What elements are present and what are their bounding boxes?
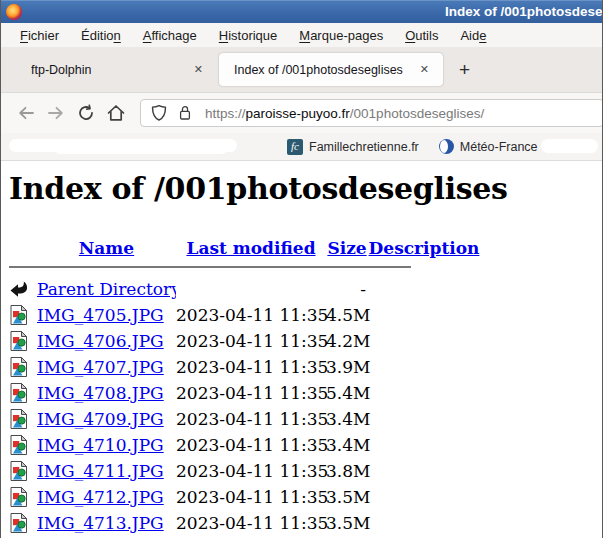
size-value: 3.9M [326,357,368,377]
menu-item-mnemonic: F [20,28,28,43]
table-row: IMG_4711.JPG 2023-04-11 11:35 3.8M [9,458,602,484]
file-link[interactable]: Parent Directory [37,279,176,299]
image-file-icon [9,330,29,352]
new-tab-button[interactable]: + [449,59,480,81]
last-modified-value: 2023-04-11 11:35 [176,383,326,403]
sort-by-description-link[interactable]: Description [368,238,480,258]
menu-item[interactable]: Édition [72,26,130,45]
size-value: 3.5M [326,487,368,507]
url-bar[interactable]: https://paroisse-puyoo.fr/001photosdeseg… [140,99,603,127]
file-link[interactable]: IMG_4709.JPG [37,409,164,429]
size-value: - [326,279,368,299]
menu-item[interactable]: Historique [210,26,287,45]
menu-item-label: utils [415,28,438,43]
fc-monogram-icon: fc [287,139,303,155]
reload-icon [76,103,96,123]
image-file-icon [9,434,29,456]
last-modified-value: 2023-04-11 11:35 [176,487,326,507]
shield-icon[interactable] [150,104,168,122]
bookmarks-toolbar: fc Famillechretienne.fr Météo-France [1,133,602,161]
size-value: 3.4M [326,409,368,429]
image-file-icon [9,382,29,404]
home-icon [106,103,126,123]
size-value: 5.4M [326,383,368,403]
table-row: IMG_4708.JPG 2023-04-11 11:35 5.4M [9,380,602,406]
menu-item-label: istorique [228,28,277,43]
file-rows: Parent Directory - [9,276,602,536]
back-button[interactable] [11,98,41,128]
menu-item[interactable]: Outils [396,26,447,45]
tab-index-photos[interactable]: Index of /001photosdeseglises ✕ [219,53,443,86]
reload-button[interactable] [71,98,101,128]
sort-by-size-link[interactable]: Size [326,238,368,258]
table-row: IMG_4713.JPG 2023-04-11 11:35 3.5M [9,510,602,536]
bookmark-label: Météo-France [460,140,538,154]
last-modified-value: 2023-04-11 11:35 [176,461,326,481]
meteo-france-icon [439,139,454,154]
menu-item-mnemonic: O [405,28,415,43]
back-arrow-icon [9,278,29,300]
table-row: IMG_4709.JPG 2023-04-11 11:35 3.4M [9,406,602,432]
file-link[interactable]: IMG_4713.JPG [37,513,164,533]
menu-item[interactable]: Affichage [134,26,206,45]
sort-by-name-link[interactable]: Name [37,238,176,258]
file-link[interactable]: IMG_4712.JPG [37,487,164,507]
last-modified-value: 2023-04-11 11:35 [176,409,326,429]
table-row: IMG_4712.JPG 2023-04-11 11:35 3.5M [9,484,602,510]
menu-item[interactable]: Fichier [11,26,68,45]
menu-item-mnemonic: e [479,28,486,43]
last-modified-value: 2023-04-11 11:35 [176,305,326,325]
menu-item[interactable]: Aide [451,26,495,45]
menu-item-label: Aid [460,28,479,43]
redacted-bookmark [56,146,226,154]
page-content: Index of /001photosdeseglises Name Last … [1,171,602,538]
image-file-icon [9,486,29,508]
menu-item-mnemonic: M [299,28,310,43]
directory-listing: Name Last modified Size Description Pare… [9,235,602,536]
page-title: Index of /001photosdeseglises [9,171,602,207]
size-value: 4.2M [326,331,368,351]
close-icon[interactable]: ✕ [190,61,207,78]
file-link[interactable]: IMG_4707.JPG [37,357,164,377]
size-value: 4.5M [326,305,368,325]
url-domain: paroisse-puyoo.fr [246,106,350,121]
home-button[interactable] [101,98,131,128]
menu-item-label: Éditio [81,28,114,43]
tab-bar: ftp-Dolphin ✕ Index of /001photosdesegli… [1,47,602,93]
sort-by-modified-link[interactable]: Last modified [176,238,326,258]
url-path: /001photosdeseglises/ [350,106,484,121]
tab-label: Index of /001photosdeseglises [234,63,403,77]
horizontal-rule [9,266,411,268]
close-icon[interactable]: ✕ [416,61,433,78]
menu-bar: Fichier Édition Affichage Historique Mar… [1,23,602,47]
table-header-row: Name Last modified Size Description [9,235,602,261]
table-row: IMG_4710.JPG 2023-04-11 11:35 3.4M [9,432,602,458]
lock-icon[interactable] [177,104,193,122]
size-value: 3.8M [326,461,368,481]
file-link[interactable]: IMG_4711.JPG [37,461,164,481]
forward-button[interactable] [41,98,71,128]
last-modified-value: 2023-04-11 11:35 [176,513,326,533]
menu-item-mnemonic: n [114,28,121,43]
image-file-icon [9,304,29,326]
image-file-icon [9,356,29,378]
file-link[interactable]: IMG_4710.JPG [37,435,164,455]
bookmark-famillechretienne[interactable]: fc Famillechretienne.fr [279,139,427,155]
file-link[interactable]: IMG_4706.JPG [37,331,164,351]
tab-ftp-dolphin[interactable]: ftp-Dolphin ✕ [15,53,219,86]
file-link[interactable]: IMG_4708.JPG [37,383,164,403]
table-row: Parent Directory - [9,276,602,302]
browser-window: Index of /001photosdeseglises Fichier Éd… [0,0,603,538]
url-text[interactable]: https://paroisse-puyoo.fr/001photosdeseg… [205,106,484,121]
menu-item[interactable]: Marque-pages [290,26,392,45]
file-link[interactable]: IMG_4705.JPG [37,305,164,325]
title-bar: Index of /001photosdeseglises [1,0,602,23]
bookmark-label: Famillechretienne.fr [309,140,419,154]
last-modified-value: 2023-04-11 11:35 [176,331,326,351]
last-modified-value: 2023-04-11 11:35 [176,357,326,377]
image-file-icon [9,512,29,534]
tab-label: ftp-Dolphin [31,63,91,77]
table-row: IMG_4707.JPG 2023-04-11 11:35 3.9M [9,354,602,380]
size-value: 3.4M [326,435,368,455]
bookmark-meteo-france[interactable]: Météo-France [431,139,546,154]
